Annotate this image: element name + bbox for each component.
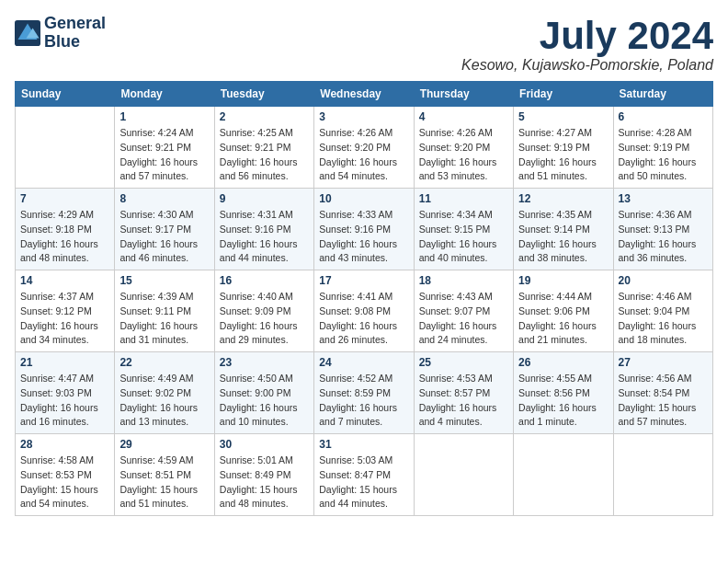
calendar-cell: 10Sunrise: 4:33 AMSunset: 9:16 PMDayligh… bbox=[314, 189, 414, 270]
column-header-friday: Friday bbox=[514, 82, 613, 107]
day-number: 13 bbox=[619, 192, 708, 205]
calendar-cell: 20Sunrise: 4:46 AMSunset: 9:04 PMDayligh… bbox=[613, 270, 712, 352]
day-info: Sunrise: 4:43 AMSunset: 9:07 PMDaylight:… bbox=[419, 290, 508, 348]
logo: General Blue bbox=[15, 15, 106, 52]
day-number: 3 bbox=[319, 110, 408, 123]
day-info: Sunrise: 4:26 AMSunset: 9:20 PMDaylight:… bbox=[419, 126, 508, 184]
day-number: 26 bbox=[518, 356, 608, 369]
day-info: Sunrise: 4:28 AMSunset: 9:19 PMDaylight:… bbox=[619, 126, 708, 184]
day-number: 22 bbox=[119, 356, 209, 369]
day-info: Sunrise: 4:59 AMSunset: 8:51 PMDaylight:… bbox=[119, 454, 209, 511]
day-number: 30 bbox=[220, 438, 309, 451]
calendar-cell: 7Sunrise: 4:29 AMSunset: 9:18 PMDaylight… bbox=[16, 189, 115, 270]
day-number: 16 bbox=[220, 274, 309, 287]
day-info: Sunrise: 4:34 AMSunset: 9:15 PMDaylight:… bbox=[419, 208, 508, 266]
day-info: Sunrise: 5:03 AMSunset: 8:47 PMDaylight:… bbox=[319, 454, 408, 511]
calendar-cell bbox=[414, 434, 513, 516]
calendar-cell: 5Sunrise: 4:27 AMSunset: 9:19 PMDaylight… bbox=[514, 107, 613, 189]
calendar-cell: 22Sunrise: 4:49 AMSunset: 9:02 PMDayligh… bbox=[115, 352, 214, 434]
calendar-cell: 9Sunrise: 4:31 AMSunset: 9:16 PMDaylight… bbox=[214, 189, 313, 270]
day-number: 23 bbox=[220, 356, 309, 369]
day-number: 20 bbox=[619, 274, 708, 287]
day-info: Sunrise: 4:35 AMSunset: 9:14 PMDaylight:… bbox=[518, 208, 608, 266]
day-number: 5 bbox=[518, 110, 608, 123]
day-info: Sunrise: 4:44 AMSunset: 9:06 PMDaylight:… bbox=[518, 290, 608, 348]
day-number: 18 bbox=[419, 274, 508, 287]
day-info: Sunrise: 4:47 AMSunset: 9:03 PMDaylight:… bbox=[20, 372, 109, 430]
calendar-cell: 2Sunrise: 4:25 AMSunset: 9:21 PMDaylight… bbox=[214, 107, 313, 189]
calendar-cell: 14Sunrise: 4:37 AMSunset: 9:12 PMDayligh… bbox=[16, 270, 115, 352]
calendar-week-3: 14Sunrise: 4:37 AMSunset: 9:12 PMDayligh… bbox=[16, 270, 713, 352]
calendar-cell: 4Sunrise: 4:26 AMSunset: 9:20 PMDaylight… bbox=[414, 107, 513, 189]
day-number: 14 bbox=[20, 274, 109, 287]
day-info: Sunrise: 4:53 AMSunset: 8:57 PMDaylight:… bbox=[419, 372, 508, 430]
day-info: Sunrise: 4:30 AMSunset: 9:17 PMDaylight:… bbox=[119, 208, 209, 266]
column-header-thursday: Thursday bbox=[414, 82, 513, 107]
page-header: General Blue July 2024 Kesowo, Kujawsko-… bbox=[15, 15, 713, 74]
day-number: 25 bbox=[419, 356, 508, 369]
calendar-week-5: 28Sunrise: 4:58 AMSunset: 8:53 PMDayligh… bbox=[16, 434, 713, 516]
day-info: Sunrise: 4:40 AMSunset: 9:09 PMDaylight:… bbox=[220, 290, 309, 348]
day-info: Sunrise: 4:39 AMSunset: 9:11 PMDaylight:… bbox=[119, 290, 209, 348]
calendar-cell: 15Sunrise: 4:39 AMSunset: 9:11 PMDayligh… bbox=[115, 270, 214, 352]
day-number: 7 bbox=[20, 192, 109, 205]
calendar-header-row: SundayMondayTuesdayWednesdayThursdayFrid… bbox=[16, 82, 713, 107]
calendar-cell: 27Sunrise: 4:56 AMSunset: 8:54 PMDayligh… bbox=[613, 352, 712, 434]
logo-text: General Blue bbox=[44, 15, 106, 52]
column-header-tuesday: Tuesday bbox=[214, 82, 313, 107]
calendar-week-4: 21Sunrise: 4:47 AMSunset: 9:03 PMDayligh… bbox=[16, 352, 713, 434]
day-info: Sunrise: 4:25 AMSunset: 9:21 PMDaylight:… bbox=[220, 126, 309, 184]
day-number: 4 bbox=[419, 110, 508, 123]
day-number: 31 bbox=[319, 438, 408, 451]
calendar-cell bbox=[613, 434, 712, 516]
day-number: 11 bbox=[419, 192, 508, 205]
title-block: July 2024 Kesowo, Kujawsko-Pomorskie, Po… bbox=[461, 15, 713, 74]
calendar-cell: 18Sunrise: 4:43 AMSunset: 9:07 PMDayligh… bbox=[414, 270, 513, 352]
calendar-cell: 6Sunrise: 4:28 AMSunset: 9:19 PMDaylight… bbox=[613, 107, 712, 189]
calendar-week-1: 1Sunrise: 4:24 AMSunset: 9:21 PMDaylight… bbox=[16, 107, 713, 189]
day-number: 19 bbox=[518, 274, 608, 287]
day-number: 2 bbox=[220, 110, 309, 123]
calendar-cell: 28Sunrise: 4:58 AMSunset: 8:53 PMDayligh… bbox=[16, 434, 115, 516]
day-info: Sunrise: 4:31 AMSunset: 9:16 PMDaylight:… bbox=[220, 208, 309, 266]
day-info: Sunrise: 4:24 AMSunset: 9:21 PMDaylight:… bbox=[119, 126, 209, 184]
day-info: Sunrise: 4:58 AMSunset: 8:53 PMDaylight:… bbox=[20, 454, 109, 511]
day-number: 9 bbox=[220, 192, 309, 205]
calendar-cell: 23Sunrise: 4:50 AMSunset: 9:00 PMDayligh… bbox=[214, 352, 313, 434]
day-info: Sunrise: 4:50 AMSunset: 9:00 PMDaylight:… bbox=[220, 372, 309, 430]
month-title: July 2024 bbox=[461, 15, 713, 57]
calendar-cell: 16Sunrise: 4:40 AMSunset: 9:09 PMDayligh… bbox=[214, 270, 313, 352]
calendar-cell: 19Sunrise: 4:44 AMSunset: 9:06 PMDayligh… bbox=[514, 270, 613, 352]
column-header-saturday: Saturday bbox=[613, 82, 712, 107]
day-number: 27 bbox=[619, 356, 708, 369]
day-info: Sunrise: 4:46 AMSunset: 9:04 PMDaylight:… bbox=[619, 290, 708, 348]
location-title: Kesowo, Kujawsko-Pomorskie, Poland bbox=[461, 57, 713, 74]
day-number: 1 bbox=[119, 110, 209, 123]
calendar-cell: 1Sunrise: 4:24 AMSunset: 9:21 PMDaylight… bbox=[115, 107, 214, 189]
day-info: Sunrise: 4:29 AMSunset: 9:18 PMDaylight:… bbox=[20, 208, 109, 266]
column-header-sunday: Sunday bbox=[16, 82, 115, 107]
calendar-table: SundayMondayTuesdayWednesdayThursdayFrid… bbox=[15, 81, 713, 516]
day-info: Sunrise: 4:27 AMSunset: 9:19 PMDaylight:… bbox=[518, 126, 608, 184]
day-number: 24 bbox=[319, 356, 408, 369]
day-info: Sunrise: 4:37 AMSunset: 9:12 PMDaylight:… bbox=[20, 290, 109, 348]
day-number: 29 bbox=[119, 438, 209, 451]
day-info: Sunrise: 4:41 AMSunset: 9:08 PMDaylight:… bbox=[319, 290, 408, 348]
calendar-cell: 11Sunrise: 4:34 AMSunset: 9:15 PMDayligh… bbox=[414, 189, 513, 270]
calendar-cell: 26Sunrise: 4:55 AMSunset: 8:56 PMDayligh… bbox=[514, 352, 613, 434]
day-info: Sunrise: 4:36 AMSunset: 9:13 PMDaylight:… bbox=[619, 208, 708, 266]
day-info: Sunrise: 4:52 AMSunset: 8:59 PMDaylight:… bbox=[319, 372, 408, 430]
day-number: 10 bbox=[319, 192, 408, 205]
calendar-week-2: 7Sunrise: 4:29 AMSunset: 9:18 PMDaylight… bbox=[16, 189, 713, 270]
day-number: 12 bbox=[518, 192, 608, 205]
column-header-wednesday: Wednesday bbox=[314, 82, 414, 107]
calendar-cell: 30Sunrise: 5:01 AMSunset: 8:49 PMDayligh… bbox=[214, 434, 313, 516]
column-header-monday: Monday bbox=[115, 82, 214, 107]
calendar-cell: 25Sunrise: 4:53 AMSunset: 8:57 PMDayligh… bbox=[414, 352, 513, 434]
day-info: Sunrise: 4:56 AMSunset: 8:54 PMDaylight:… bbox=[619, 372, 708, 430]
logo-icon bbox=[15, 20, 40, 46]
day-number: 21 bbox=[20, 356, 109, 369]
calendar-cell: 24Sunrise: 4:52 AMSunset: 8:59 PMDayligh… bbox=[314, 352, 414, 434]
calendar-cell: 17Sunrise: 4:41 AMSunset: 9:08 PMDayligh… bbox=[314, 270, 414, 352]
day-number: 6 bbox=[619, 110, 708, 123]
